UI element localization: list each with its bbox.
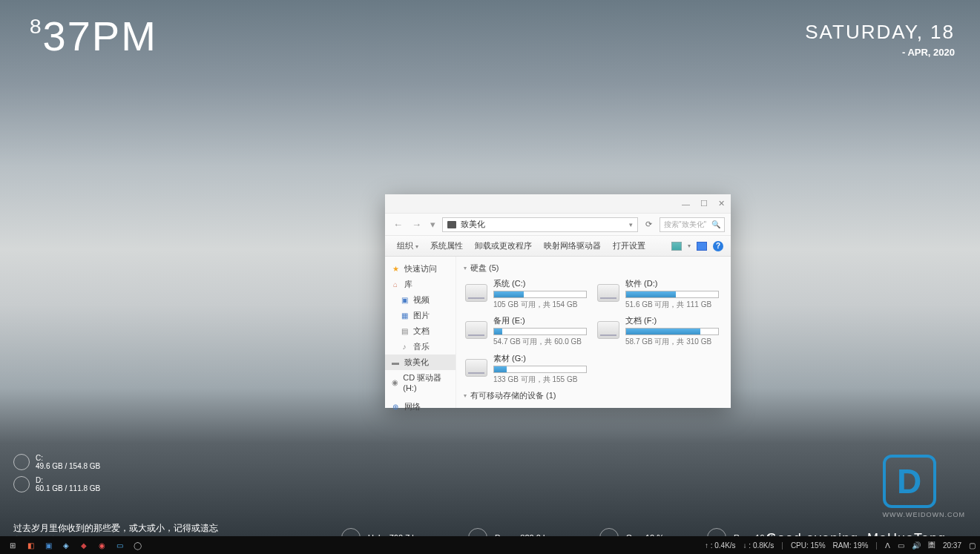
tray-notifications-icon[interactable]: ▢ [969, 541, 976, 550]
music-icon: ♪ [400, 343, 409, 352]
tray-ram: RAM: 19% [833, 541, 869, 550]
toolbar: 组织 系统属性 卸载或更改程序 映射网络驱动器 打开设置 ▾ ? [385, 236, 731, 257]
library-icon: ⌂ [391, 280, 400, 289]
drive-item[interactable]: 备用 (E:)54.7 GB 可用，共 60.0 GB [464, 314, 588, 348]
address-text: 致美化 [461, 219, 485, 230]
clock-minute: 37PM [43, 13, 157, 59]
capacity-bar [625, 291, 719, 298]
preview-pane-button[interactable] [697, 242, 707, 251]
dropdown-icon[interactable]: ▾ [688, 243, 691, 249]
tray-battery-icon[interactable]: ▭ [898, 541, 904, 550]
watermark-url: WWW.WEIDOWN.COM [883, 511, 965, 518]
address-bar-row: ← → ▾ 致美化 ▾ ⟳ 搜索"致美化" 🔍 [385, 214, 731, 236]
capacity-bar [625, 328, 719, 335]
drive-item[interactable]: 系统 (C:)105 GB 可用，共 154 GB [464, 277, 588, 311]
taskbar-app[interactable]: ▭ [111, 537, 128, 553]
back-button[interactable]: ← [391, 219, 405, 230]
sidebar: ★快速访问 ⌂库 ▣视频 ▦图片 ▤文档 ♪音乐 ▬致美化 ◉CD 驱动器 (H… [385, 257, 456, 408]
capacity-bar [493, 291, 587, 298]
network-icon: ⊕ [391, 403, 400, 412]
explorer-icon: ▭ [116, 541, 123, 550]
drive-item[interactable]: 软件 (D:)51.6 GB 可用，共 111 GB [596, 277, 720, 311]
capacity-bar [493, 366, 587, 373]
drive-name: 系统 (C:) [493, 278, 587, 289]
taskbar-app[interactable]: ▣ [40, 537, 56, 553]
tray-expand-icon[interactable]: ᐱ [885, 541, 890, 550]
disk-gauge-icon [13, 454, 30, 470]
drive-capacity: 51.6 GB 可用，共 111 GB [625, 300, 719, 310]
app-icon: ◆ [81, 541, 87, 550]
search-input[interactable]: 搜索"致美化" 🔍 [660, 217, 725, 232]
sidebar-item-music[interactable]: ♪音乐 [385, 339, 456, 355]
sidebar-item-pictures[interactable]: ▦图片 [385, 308, 456, 323]
tray-clock[interactable]: 20:37 [943, 541, 961, 550]
disk-row: D: 60.1 GB / 111.8 GB [13, 476, 100, 492]
capacity-bar [493, 328, 587, 335]
forward-button[interactable]: → [410, 219, 424, 230]
taskbar-app[interactable]: ◯ [129, 537, 145, 553]
hdd-icon [465, 321, 487, 339]
taskbar[interactable]: ⊞ ◧ ▣ ◈ ◆ ◉ ▭ ◯ ↑ : 0.4K/s ↓ : 0.8K/s | … [0, 536, 980, 554]
drive-name: 素材 (G:) [493, 353, 587, 364]
hdd-icon [465, 284, 487, 302]
drive-name: 文档 (F:) [625, 315, 719, 326]
taskbar-app[interactable]: ◧ [22, 537, 39, 553]
taskbar-app[interactable]: ◉ [93, 537, 110, 553]
system-properties-button[interactable]: 系统属性 [426, 240, 467, 251]
disk-meter-widget: C: 49.6 GB / 154.8 GB D: 60.1 GB / 111.8… [13, 454, 100, 498]
taskbar-app[interactable]: ◆ [76, 537, 92, 553]
start-button[interactable]: ⊞ [4, 537, 21, 553]
drive-capacity: 54.7 GB 可用，共 60.0 GB [493, 337, 587, 347]
collapse-icon: ▾ [464, 265, 467, 271]
drive-capacity: 58.7 GB 可用，共 310 GB [625, 337, 719, 347]
sidebar-item-this-pc[interactable]: ▬致美化 [385, 355, 456, 370]
minimize-button[interactable]: — [682, 199, 690, 208]
quote-line: 过去岁月里你收到的那些爱，或大或小，记得或遗忘 [13, 522, 298, 535]
office-icon: ◧ [27, 541, 34, 550]
hdd-icon [597, 321, 619, 339]
collapse-icon: ▾ [464, 392, 467, 399]
cd-name: CD 驱动器 (H:) Wireless [495, 407, 583, 408]
view-options-button[interactable] [671, 242, 682, 251]
close-button[interactable]: ✕ [718, 199, 725, 208]
refresh-button[interactable]: ⟳ [642, 220, 655, 229]
section-header-removable[interactable]: ▾有可移动存储的设备 (1) [464, 390, 723, 401]
drive-item[interactable]: 素材 (G:)133 GB 可用，共 155 GB [464, 352, 588, 386]
explorer-window[interactable]: — ☐ ✕ ← → ▾ 致美化 ▾ ⟳ 搜索"致美化" 🔍 组织 系统属性 卸载… [385, 194, 731, 408]
cd-drive-item[interactable]: CD 驱动器 (H:) Wireless 0 字节 可用，共 6.91 MB C… [464, 404, 723, 408]
titlebar[interactable]: — ☐ ✕ [385, 194, 731, 214]
tray-ime-icon[interactable]: 圕 [928, 540, 935, 550]
sidebar-item-documents[interactable]: ▤文档 [385, 323, 456, 339]
drive-capacity: 105 GB 可用，共 154 GB [493, 300, 587, 310]
sidebar-item-libraries[interactable]: ⌂库 [385, 277, 456, 292]
drive-name: 软件 (D:) [625, 278, 719, 289]
section-header-disks[interactable]: ▾硬盘 (5) [464, 263, 723, 274]
dropdown-icon[interactable]: ▾ [629, 221, 633, 228]
video-icon: ▣ [400, 296, 409, 305]
maximize-button[interactable]: ☐ [700, 199, 708, 208]
content-pane: ▾硬盘 (5) 系统 (C:)105 GB 可用，共 154 GB软件 (D:)… [456, 257, 731, 408]
help-button[interactable]: ? [713, 241, 723, 251]
picture-icon: ▦ [400, 311, 409, 320]
uninstall-programs-button[interactable]: 卸载或更改程序 [470, 240, 536, 251]
cd-icon: ◉ [391, 378, 398, 387]
drive-item[interactable]: 文档 (F:)58.7 GB 可用，共 310 GB [596, 314, 720, 348]
sidebar-item-videos[interactable]: ▣视频 [385, 292, 456, 308]
sidebar-item-cd-drive[interactable]: ◉CD 驱动器 (H:) [385, 370, 456, 395]
app-icon: ◈ [63, 541, 69, 550]
computer-icon [447, 221, 456, 228]
organize-menu[interactable]: 组织 [392, 240, 423, 251]
tray-cpu: CPU: 15% [791, 541, 826, 550]
taskbar-app[interactable]: ◈ [58, 537, 74, 553]
up-button[interactable]: ▾ [428, 219, 438, 230]
disk-row: C: 49.6 GB / 154.8 GB [13, 454, 100, 470]
sidebar-item-quick-access[interactable]: ★快速访问 [385, 261, 456, 277]
address-bar[interactable]: 致美化 ▾ [442, 217, 638, 232]
map-network-drive-button[interactable]: 映射网络驱动器 [539, 240, 605, 251]
computer-icon: ▬ [391, 358, 400, 367]
tray-volume-icon[interactable]: 🔊 [912, 541, 921, 550]
system-tray: ↑ : 0.4K/s ↓ : 0.8K/s | CPU: 15% RAM: 19… [705, 540, 976, 550]
sidebar-item-network[interactable]: ⊕网络 [385, 399, 456, 415]
app-icon: ▣ [45, 541, 52, 550]
open-settings-button[interactable]: 打开设置 [608, 240, 650, 251]
